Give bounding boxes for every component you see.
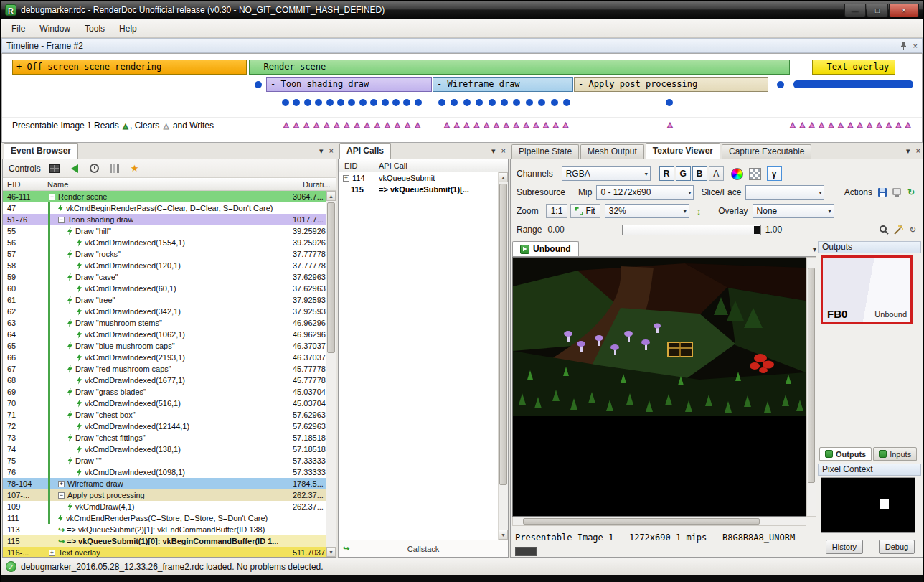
chevron-down-icon[interactable]: ▾ [319, 146, 324, 156]
menu-item-help[interactable]: Help [112, 22, 144, 36]
capture-grid-icon[interactable] [48, 163, 61, 174]
texture-tab-unbound[interactable]: Unbound [512, 241, 579, 256]
timeline-panel-header[interactable]: Timeline - Frame #2 × [1, 38, 923, 53]
close-button[interactable]: × [889, 4, 919, 17]
texture-hscrollbar[interactable] [512, 517, 806, 526]
tab-event-browser[interactable]: Event Browser [4, 143, 78, 159]
menu-item-window[interactable]: Window [32, 22, 77, 36]
timeline-marker[interactable]: - Text overlay [812, 60, 895, 75]
event-row-46-111[interactable]: 46-111−Render scene3064.7... [3, 191, 326, 202]
stats-icon[interactable] [108, 163, 121, 174]
gamma-button[interactable]: γ [767, 166, 782, 181]
event-row-113[interactable]: 113↪=> vkQueueSubmit(2)[1]: vkEndCommand… [3, 524, 326, 535]
event-row-57[interactable]: 57Draw "rocks"37.77778 [3, 248, 326, 260]
draw-event-dot[interactable] [255, 81, 262, 88]
event-row-115[interactable]: 115↪=> vkQueueSubmit(1)[0]: vkBeginComma… [3, 535, 326, 547]
event-row-58[interactable]: 58vkCmdDrawIndexed(120,1)37.77778 [3, 260, 326, 271]
scrollbar-thumb[interactable] [523, 518, 760, 525]
scrollbar-thumb[interactable] [327, 202, 335, 353]
minimize-button[interactable]: — [844, 4, 866, 17]
event-table-header[interactable]: EID Name Durati... [3, 178, 336, 191]
draw-event-dot[interactable] [501, 99, 508, 106]
chevron-down-icon[interactable]: ▾ [813, 245, 816, 253]
draw-event-dot[interactable] [489, 99, 496, 106]
zoom-dropdown[interactable]: 32% [605, 204, 689, 218]
event-row-109[interactable]: 109vkCmdDraw(4,1)262.37... [3, 501, 326, 512]
event-row-61[interactable]: 61Draw "tree"37.92593 [3, 294, 326, 306]
tab-inputs[interactable]: Inputs [873, 447, 917, 461]
timeline-marker[interactable]: - Toon shading draw [266, 77, 432, 92]
draw-events-bar[interactable] [793, 80, 913, 88]
background-color-swatch[interactable] [515, 547, 537, 556]
api-row-115[interactable]: 115=> vkQueueSubmit(1)[... [339, 184, 499, 195]
tab-texture-viewer[interactable]: Texture Viewer [646, 143, 720, 159]
event-row-67[interactable]: 67Draw "red mushroom caps"45.77778 [3, 363, 326, 375]
event-row-78-104[interactable]: 78-104+Wireframe draw1784.5... [3, 478, 326, 489]
tab-outputs[interactable]: Outputs [819, 447, 872, 461]
history-button[interactable]: History [826, 540, 863, 554]
output-fb0-thumbnail[interactable]: FB0 Unbound [821, 255, 913, 324]
draw-event-dot[interactable] [451, 99, 458, 106]
column-eid[interactable]: EID [3, 180, 44, 189]
event-row-59[interactable]: 59Draw "cave"37.62963 [3, 271, 326, 283]
event-row-51-76[interactable]: 51-76−Toon shading draw1017.7... [3, 214, 326, 225]
draw-event-dot[interactable] [463, 99, 471, 106]
timeline-marker[interactable]: - Apply post processing [574, 77, 768, 92]
title-bar[interactable]: R debugmarker.rdc - RenderDoc Unofficial… [1, 1, 923, 19]
draw-event-dot[interactable] [326, 99, 334, 106]
channel-g-button[interactable]: G [676, 166, 691, 181]
chevron-down-icon[interactable]: ▾ [906, 146, 910, 156]
maximize-button[interactable]: □ [867, 4, 888, 17]
event-row-63[interactable]: 63Draw "mushroom stems"46.96296 [3, 317, 326, 329]
timeline-marker[interactable]: - Render scene [249, 60, 790, 75]
timeline-canvas[interactable]: Presentable Image 1 Reads ▲, Clears ▲ an… [1, 53, 923, 143]
event-row-60[interactable]: 60vkCmdDrawIndexed(60,1)37.62963 [3, 283, 326, 294]
draw-event-dot[interactable] [282, 99, 289, 106]
draw-event-dot[interactable] [513, 99, 520, 106]
timeline-marker[interactable]: + Off-screen scene rendering [12, 60, 247, 75]
event-row-47[interactable]: 47vkCmdBeginRenderPass(C=Clear, D=Clear,… [3, 202, 326, 214]
scrollbar-thumb[interactable] [499, 184, 507, 485]
pixel-context-view[interactable] [821, 477, 915, 533]
bookmark-star-icon[interactable]: ★ [128, 163, 141, 174]
scroll-down-icon[interactable]: ▼ [326, 547, 336, 557]
event-row-64[interactable]: 64vkCmdDrawIndexed(1062,1)46.96296 [3, 329, 326, 340]
api-table-header[interactable]: EID API Call [339, 159, 508, 172]
draw-event-dot[interactable] [304, 99, 311, 106]
scroll-up-icon[interactable]: ▲ [499, 172, 508, 182]
api-row-114[interactable]: +114vkQueueSubmit [339, 172, 499, 184]
draw-event-dot[interactable] [551, 99, 558, 106]
column-eid[interactable]: EID [339, 161, 379, 170]
close-icon[interactable]: × [329, 146, 334, 156]
event-row-107-...[interactable]: 107-...−Apply post processing262.37... [3, 489, 326, 501]
pin-icon[interactable] [900, 42, 908, 50]
texture-image[interactable] [512, 257, 806, 517]
draw-event-dot[interactable] [293, 99, 300, 106]
draw-event-dot[interactable] [777, 81, 784, 88]
zoom-1to1-button[interactable]: 1:1 [546, 204, 568, 218]
draw-event-dot[interactable] [359, 99, 367, 106]
column-api-call[interactable]: API Call [379, 161, 407, 170]
draw-event-dot[interactable] [403, 99, 410, 106]
color-wheel-icon[interactable] [731, 168, 743, 180]
draw-event-dot[interactable] [382, 99, 389, 106]
channel-a-button[interactable]: A [709, 166, 724, 181]
close-icon[interactable]: × [913, 42, 918, 50]
draw-event-dot[interactable] [666, 99, 673, 106]
scrollbar-thumb[interactable] [808, 268, 815, 483]
event-row-72[interactable]: 72vkCmdDrawIndexed(12144,1)57.62963 [3, 421, 326, 432]
scroll-up-icon[interactable]: ▲ [326, 191, 336, 201]
draw-event-dot[interactable] [538, 99, 545, 106]
event-row-116-...[interactable]: 116-...+Text overlay511.7037 [3, 547, 326, 557]
column-name[interactable]: Name [44, 180, 303, 189]
draw-event-dot[interactable] [348, 99, 355, 106]
range-slider-handle[interactable] [754, 226, 760, 234]
draw-event-dot[interactable] [563, 99, 570, 106]
draw-event-dot[interactable] [337, 99, 344, 106]
column-duration[interactable]: Durati... [303, 180, 336, 189]
draw-event-dot[interactable] [476, 99, 483, 106]
time-draws-clock-icon[interactable] [88, 163, 101, 174]
draw-event-dot[interactable] [370, 99, 377, 106]
menu-item-file[interactable]: File [4, 22, 32, 36]
callstack-section[interactable]: ↪ Callstack [339, 540, 508, 557]
